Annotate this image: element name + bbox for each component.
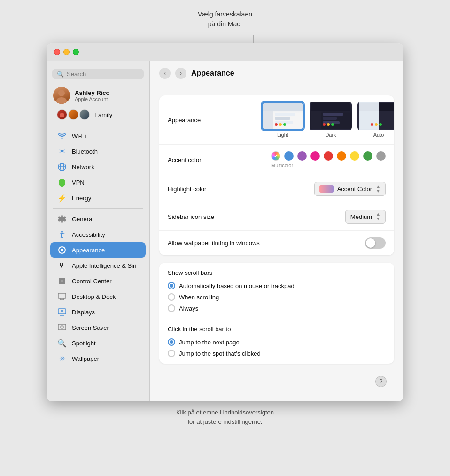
click-next-radio [168,338,175,346]
tooltip-bottom: Klik på et emne i indholdsoversigtenfor … [176,408,274,426]
click-spot-option[interactable]: Jump to the spot that's clicked [168,350,386,357]
sidebar-item-desktop[interactable]: Desktop & Dock [50,289,146,304]
click-next-option[interactable]: Jump to the next page [168,338,386,346]
sidebar-icon-row: Sidebar icon size Medium ▲▼ [159,203,394,231]
divider-1 [53,125,143,125]
sidebar-icon-value: Medium [350,213,372,220]
accent-yellow[interactable] [350,151,359,161]
sidebar-item-bluetooth[interactable]: ✶ Bluetooth [50,144,146,159]
scroll-always-radio [168,304,175,312]
vpn-icon [57,177,67,187]
accent-orange[interactable] [337,151,346,161]
sidebar-item-accessibility[interactable]: Accessibility [50,227,146,242]
appearance-dark[interactable]: Dark [310,102,352,138]
search-bar[interactable]: 🔍 [52,69,144,79]
sidebar-icon-control: Medium ▲▼ [262,210,386,224]
highlight-color-row: Highlight color Accent Color ▲▼ [159,175,394,203]
sidebar-item-control[interactable]: Control Center [50,273,146,289]
accessibility-label: Accessibility [72,231,105,238]
user-sub: Apple Account [75,96,109,102]
sidebar-item-siri[interactable]: 🎙 Apple Intelligence & Siri [50,258,146,273]
sidebar-item-spotlight[interactable]: 🔍 Spotlight [50,336,146,351]
energy-label: Energy [72,195,91,202]
svg-rect-10 [62,281,65,284]
wallpaper-tinting-label: Allow wallpaper tinting in windows [168,240,277,247]
sidebar-item-network[interactable]: Network [50,159,146,174]
highlight-color-dropdown[interactable]: Accent Color ▲▼ [314,182,386,196]
scroll-auto-option[interactable]: Automatically based on mouse or trackpad [168,282,386,289]
appearance-control: Light [262,102,394,138]
sidebar-item-energy[interactable]: ⚡ Energy [50,190,146,205]
accent-green[interactable] [363,151,372,161]
appearance-icon [57,245,67,255]
bluetooth-icon: ✶ [57,146,67,156]
auto-label: Auto [373,132,384,138]
svg-rect-11 [58,293,66,298]
desktop-label: Desktop & Dock [72,293,116,300]
sidebar-item-wallpaper[interactable]: ✳ Wallpaper [50,351,146,366]
svg-rect-15 [58,309,66,314]
content-title: Appearance [191,69,234,78]
light-thumb [262,102,304,130]
content-body: Appearance [150,86,403,401]
appearance-card: Appearance [159,95,394,255]
click-next-label: Jump to the next page [179,339,240,346]
accent-pink[interactable] [310,151,320,161]
accent-blue[interactable] [284,151,294,161]
user-section[interactable]: Ashley Rico Apple Account [47,84,149,107]
vpn-label: VPN [72,179,85,186]
sidebar-item-vpn[interactable]: VPN [50,175,146,190]
maximize-button[interactable] [73,49,79,55]
accent-color-control: Multicolor [262,151,386,168]
wallpaper-label: Wallpaper [72,355,99,362]
sidebar-item-appearance[interactable]: Appearance [50,242,146,258]
light-label: Light [277,132,288,138]
sidebar-item-general[interactable]: General [50,211,146,226]
accent-color-row: Accent color [159,145,394,175]
highlight-swatch [319,185,334,193]
sidebar-item-displays[interactable]: Displays [50,304,146,320]
svg-point-6 [61,249,63,251]
svg-point-18 [61,311,63,312]
close-button[interactable] [54,49,60,55]
appearance-label: Appearance [72,247,105,254]
scroll-auto-radio [168,282,175,289]
appearance-options: Light [262,102,394,138]
back-button[interactable]: ‹ [159,68,171,79]
sidebar-item-wifi[interactable]: Wi-Fi [50,128,146,143]
accent-purple[interactable] [297,151,307,161]
sidebar-icon-dropdown[interactable]: Medium ▲▼ [345,210,386,224]
appearance-auto[interactable]: Auto [357,102,394,138]
appearance-light[interactable]: Light [262,102,304,138]
svg-rect-19 [58,324,66,330]
accent-multicolor[interactable] [271,151,280,161]
auto-thumb [357,102,394,130]
highlight-color-control: Accent Color ▲▼ [262,182,386,196]
forward-button[interactable]: › [175,68,186,79]
displays-label: Displays [72,309,95,316]
sidebar-icon-label: Sidebar icon size [168,213,262,220]
accessibility-icon [57,229,67,240]
sidebar-item-screensaver[interactable]: Screen Saver [50,320,146,335]
spotlight-label: Spotlight [72,340,96,347]
svg-rect-9 [59,281,62,284]
divider-2 [53,208,143,209]
accent-color-label: Accent color [168,156,262,164]
click-spot-label: Jump to the spot that's clicked [179,350,261,357]
wallpaper-tinting-toggle[interactable] [365,237,386,249]
minimize-button[interactable] [63,49,70,55]
click-scroll-group: Click in the scroll bar to Jump to the n… [159,319,394,364]
settings-section: General Accessibility [47,211,149,366]
scroll-always-option[interactable]: Always [168,304,386,312]
accent-red[interactable] [324,151,333,161]
accent-graphite[interactable] [376,151,386,161]
search-input[interactable] [67,70,139,78]
dark-label: Dark [325,132,336,138]
sidebar-icon-arrows: ▲▼ [376,212,380,221]
click-scroll-label: Click in the scroll bar to [168,326,386,333]
wifi-label: Wi-Fi [72,133,86,140]
highlight-value: Accent Color [337,186,372,193]
help-button[interactable]: ? [375,376,387,387]
sidebar-item-family[interactable]: Family [50,107,146,122]
scroll-when-option[interactable]: When scrolling [168,293,386,301]
